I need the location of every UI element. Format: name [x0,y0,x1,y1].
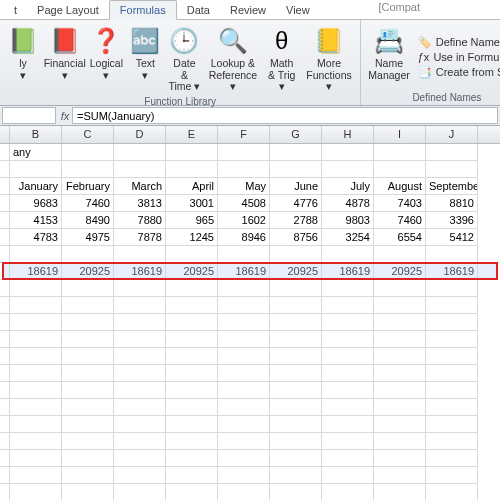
col-head-G[interactable]: G [270,126,322,143]
cell[interactable] [426,348,478,365]
cell[interactable] [10,433,62,450]
cell[interactable] [270,365,322,382]
cell[interactable] [62,433,114,450]
cell[interactable] [62,144,114,161]
cell[interactable] [62,484,114,500]
cell[interactable] [374,297,426,314]
cell[interactable] [114,280,166,297]
cell[interactable]: May [218,178,270,195]
cell[interactable] [166,331,218,348]
cell[interactable] [270,433,322,450]
cell[interactable] [426,161,478,178]
cell[interactable] [322,416,374,433]
cell[interactable]: 4783 [10,229,62,246]
cell[interactable] [270,382,322,399]
cell[interactable] [218,382,270,399]
cell[interactable] [426,144,478,161]
cell[interactable] [62,450,114,467]
cell[interactable] [374,314,426,331]
cell[interactable] [166,365,218,382]
cell[interactable]: 4878 [322,195,374,212]
cell[interactable] [374,246,426,263]
cell[interactable] [114,467,166,484]
cell[interactable] [166,144,218,161]
cell[interactable] [374,348,426,365]
cell[interactable]: 6554 [374,229,426,246]
cell[interactable]: 5412 [426,229,478,246]
cell[interactable] [322,314,374,331]
cell[interactable] [426,450,478,467]
cell[interactable] [270,161,322,178]
cell[interactable] [426,297,478,314]
math-trig-button[interactable]: θMath& Trig ▾ [262,23,300,95]
tab-view[interactable]: View [276,1,320,19]
cell[interactable]: 20925 [62,263,114,280]
cell[interactable] [62,331,114,348]
cell[interactable] [114,399,166,416]
cell[interactable]: 2788 [270,212,322,229]
cell[interactable] [62,161,114,178]
cell[interactable] [10,246,62,263]
cell[interactable] [374,484,426,500]
cell[interactable]: 20925 [270,263,322,280]
cell[interactable] [10,399,62,416]
cell[interactable]: June [270,178,322,195]
cell[interactable] [114,382,166,399]
cell[interactable]: 8756 [270,229,322,246]
cell[interactable] [114,297,166,314]
cell[interactable] [10,280,62,297]
cell[interactable] [114,348,166,365]
cell[interactable] [62,382,114,399]
cell[interactable] [374,144,426,161]
cell[interactable] [166,416,218,433]
cell[interactable] [166,348,218,365]
cell[interactable] [270,331,322,348]
cell[interactable] [10,416,62,433]
cell[interactable]: 3001 [166,195,218,212]
tab-review[interactable]: Review [220,1,276,19]
cell[interactable] [374,416,426,433]
cell[interactable] [270,399,322,416]
cell[interactable]: 7403 [374,195,426,212]
cell[interactable] [62,297,114,314]
cell[interactable] [374,280,426,297]
cell[interactable]: July [322,178,374,195]
cell[interactable] [426,246,478,263]
cell[interactable] [322,399,374,416]
cell[interactable] [10,382,62,399]
logical-button[interactable]: ❓Logical▾ [87,23,125,95]
cell[interactable]: 18619 [322,263,374,280]
cell[interactable] [374,331,426,348]
cell[interactable]: 7460 [374,212,426,229]
cell[interactable] [218,161,270,178]
worksheet[interactable]: BCDEFGHIJ anyJanuaryFebruaryMarchAprilMa… [0,126,500,500]
cell[interactable] [426,365,478,382]
cell[interactable] [374,161,426,178]
cell[interactable]: January [10,178,62,195]
cell[interactable] [270,246,322,263]
cell[interactable] [166,450,218,467]
cell[interactable] [322,144,374,161]
cell[interactable] [218,246,270,263]
cell[interactable]: 4153 [10,212,62,229]
cell[interactable] [322,484,374,500]
cell[interactable] [426,314,478,331]
column-headers[interactable]: BCDEFGHIJ [0,126,500,144]
cell[interactable]: 20925 [166,263,218,280]
cell[interactable] [62,399,114,416]
col-head-D[interactable]: D [114,126,166,143]
cell[interactable]: 8946 [218,229,270,246]
cell[interactable]: 18619 [218,263,270,280]
cell[interactable] [114,161,166,178]
fx-label[interactable]: fx [58,110,72,122]
cell[interactable] [218,467,270,484]
cell[interactable] [218,280,270,297]
col-head-C[interactable]: C [62,126,114,143]
cell[interactable] [114,246,166,263]
cell[interactable]: March [114,178,166,195]
cell[interactable] [270,484,322,500]
cell[interactable]: 3813 [114,195,166,212]
lookup-reference-button[interactable]: 🔍Lookup &Reference ▾ [204,23,261,95]
cell[interactable] [374,467,426,484]
cell[interactable] [270,314,322,331]
